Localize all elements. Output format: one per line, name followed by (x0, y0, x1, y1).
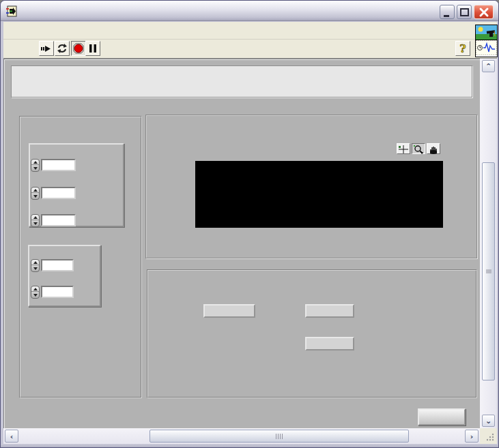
graph-container (145, 115, 477, 258)
phase-shift-increment-decrement[interactable] (31, 286, 40, 299)
run-continuously-button[interactable] (55, 41, 70, 56)
increment-icon[interactable] (31, 286, 39, 292)
length-increment-decrement[interactable] (31, 159, 40, 172)
thumb-grip-icon (486, 269, 491, 274)
scroll-down-button[interactable]: ⌄ (482, 415, 495, 427)
vi-icon-waveform (476, 40, 497, 55)
measured-parameters-group (147, 269, 477, 398)
menu-bar (3, 22, 497, 40)
context-help-button[interactable]: ? (455, 41, 470, 56)
decrement-icon[interactable] (31, 166, 39, 171)
toolbar: ? (3, 40, 497, 59)
phase-shift-input[interactable] (41, 286, 74, 298)
measured-reflectance-indicator (305, 304, 354, 318)
attenuation-increment-decrement[interactable] (31, 187, 40, 200)
resize-grip-icon[interactable] (485, 432, 495, 442)
vertical-scrollbar[interactable]: ⌃ ⌄ (480, 59, 497, 428)
horizontal-scrollbar[interactable]: ‹ › (3, 428, 480, 444)
length-input[interactable] (41, 159, 76, 171)
front-panel (3, 59, 480, 428)
scroll-right-button[interactable]: › (465, 430, 479, 443)
stop-button[interactable] (418, 408, 466, 425)
vi-window: ? (0, 0, 499, 448)
scrollbar-corner (480, 428, 497, 444)
vi-icon[interactable] (475, 25, 498, 57)
thumb-grip-icon (276, 434, 283, 439)
reflectance-input[interactable] (41, 259, 74, 271)
measured-length-indicator (203, 304, 255, 318)
abort-button[interactable] (71, 41, 86, 56)
decrement-icon[interactable] (31, 221, 39, 226)
increment-icon[interactable] (31, 215, 39, 220)
increment-icon[interactable] (31, 260, 39, 265)
title-bar (1, 1, 499, 21)
increment-icon[interactable] (31, 188, 39, 193)
vi-icon-graphic (476, 25, 497, 40)
maximize-button[interactable] (457, 5, 472, 19)
svg-text:?: ? (459, 42, 466, 55)
cursor-tool-button[interactable] (397, 143, 410, 154)
close-button[interactable] (474, 5, 494, 19)
horizontal-scroll-thumb[interactable] (149, 430, 409, 443)
decrement-icon[interactable] (31, 194, 39, 199)
measured-phase-indicator (305, 337, 354, 350)
pan-tool-button[interactable] (427, 143, 440, 154)
decrement-icon[interactable] (31, 293, 39, 298)
labview-vi-icon (6, 5, 18, 17)
chevron-right-icon: › (470, 432, 474, 440)
propagation-speed-increment-decrement[interactable] (31, 214, 40, 227)
scroll-up-button[interactable]: ⌃ (482, 60, 495, 72)
decrement-icon[interactable] (31, 266, 39, 271)
propagation-speed-input[interactable] (41, 214, 76, 226)
instruction-text (11, 65, 472, 98)
window-bottom-border (1, 444, 499, 448)
minimize-button[interactable] (440, 5, 455, 19)
vertical-scroll-thumb[interactable] (482, 162, 495, 380)
attenuation-input[interactable] (41, 187, 76, 199)
increment-icon[interactable] (31, 160, 39, 165)
chevron-left-icon: ‹ (10, 432, 14, 440)
zoom-tool-button[interactable] (412, 143, 425, 154)
tdr-signal-plot (195, 161, 443, 228)
pause-button[interactable] (85, 41, 100, 56)
reflectance-increment-decrement[interactable] (31, 259, 40, 272)
chevron-up-icon: ⌃ (485, 63, 491, 70)
chevron-down-icon: ⌄ (485, 417, 491, 425)
run-button[interactable] (39, 41, 54, 56)
scroll-left-button[interactable]: ‹ (5, 430, 18, 443)
